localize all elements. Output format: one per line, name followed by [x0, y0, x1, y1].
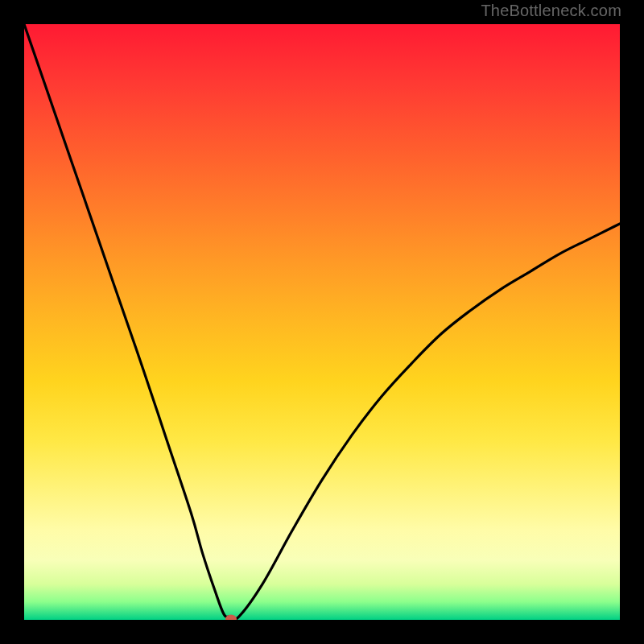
curve-svg — [24, 24, 620, 620]
watermark-text: TheBottleneck.com — [481, 2, 621, 20]
plot-area — [24, 24, 620, 620]
chart-frame: TheBottleneck.com — [0, 0, 644, 644]
curve-path — [24, 24, 620, 620]
min-marker — [225, 614, 237, 620]
